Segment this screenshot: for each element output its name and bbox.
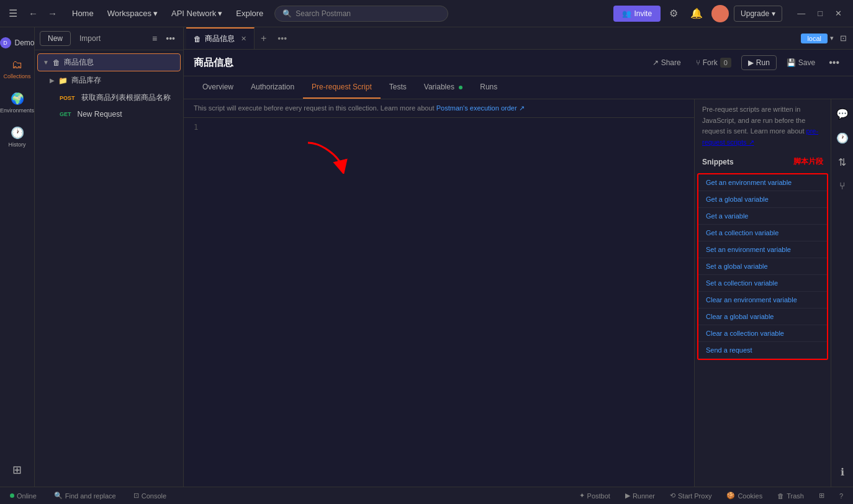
comments-button[interactable]: 💬: [833, 104, 852, 124]
notifications-icon[interactable]: 🔔: [687, 5, 706, 22]
upgrade-button[interactable]: Upgrade ▾: [734, 6, 782, 22]
api-network-link[interactable]: API Network ▾: [165, 5, 228, 22]
run-button[interactable]: ▶ Run: [741, 55, 777, 70]
save-button[interactable]: 💾 Save: [782, 56, 820, 70]
search-icon: 🔍: [282, 9, 292, 18]
git-button[interactable]: ⑂: [836, 177, 849, 196]
nav-arrows: ← →: [25, 6, 61, 21]
close-tab-icon[interactable]: ✕: [241, 35, 246, 43]
fork-button[interactable]: ⑂ Fork 0: [691, 55, 736, 70]
add-workspace-icon: ⊞: [12, 463, 22, 477]
variables-dot: [459, 86, 463, 89]
help-button[interactable]: ?: [836, 491, 847, 501]
environments-icon: 🌍: [11, 92, 24, 106]
snippet-get-global-var[interactable]: Get a global variable: [698, 191, 827, 208]
collection-subfolder-kucun[interactable]: ▶ 📁 商品库存: [37, 72, 181, 89]
workspaces-link[interactable]: Workspaces ▾: [101, 5, 164, 22]
snippet-clear-global-var[interactable]: Clear a global variable: [698, 308, 827, 325]
search-bar[interactable]: 🔍 Search Postman: [274, 6, 448, 22]
tab-runs[interactable]: Runs: [471, 76, 506, 99]
collection-folder-icon: 🗑: [53, 58, 60, 67]
execution-order-link[interactable]: Postman's execution order ↗: [436, 104, 525, 112]
sidebar-item-history[interactable]: 🕐 History: [2, 121, 32, 153]
forward-button[interactable]: →: [44, 6, 61, 21]
collection-item-shangpin[interactable]: ▼ 🗑 商品信息: [37, 53, 181, 71]
import-export-button[interactable]: ⇅: [834, 153, 850, 172]
more-options-button[interactable]: •••: [163, 31, 178, 46]
snippets-description: Pre-request scripts are written in JavaS…: [695, 99, 831, 150]
cookies-label: Cookies: [738, 492, 762, 500]
runner-icon: ▶: [625, 492, 630, 500]
snippet-get-env-var[interactable]: Get an environment variable: [698, 174, 827, 191]
snippet-send-request[interactable]: Send a request: [698, 342, 827, 359]
workspace-name: Demo: [15, 38, 35, 47]
tab-authorization[interactable]: Authorization: [242, 76, 303, 99]
post-request-name: 获取商品列表根据商品名称: [81, 92, 176, 103]
share-button[interactable]: ↗ Share: [648, 56, 686, 70]
get-request-name: New Request: [78, 110, 176, 119]
right-sidebar: 💬 🕐 ⇅ ⑂ ℹ: [831, 99, 853, 487]
close-button[interactable]: ✕: [830, 6, 847, 20]
console-label: Console: [142, 492, 166, 500]
minimize-button[interactable]: —: [792, 6, 810, 20]
request-item-post[interactable]: POST 获取商品列表根据商品名称: [37, 89, 181, 106]
snippet-get-var[interactable]: Get a variable: [698, 208, 827, 225]
snippet-clear-env-var[interactable]: Clear an environment variable: [698, 292, 827, 308]
env-chevron-icon[interactable]: ▾: [828, 33, 836, 43]
snippet-set-collection-var[interactable]: Set a collection variable: [698, 275, 827, 292]
header-more-button[interactable]: •••: [825, 55, 843, 71]
tab-pre-request-script[interactable]: Pre-request Script: [303, 76, 381, 99]
env-more-icon[interactable]: ⊡: [836, 31, 851, 45]
request-item-get[interactable]: GET New Request: [37, 107, 181, 122]
avatar[interactable]: [711, 5, 729, 22]
settings-icon[interactable]: ⚙: [666, 5, 682, 22]
new-button[interactable]: New: [40, 31, 71, 46]
tab-more-button[interactable]: •••: [273, 34, 292, 43]
snippet-set-env-var[interactable]: Set an environment variable: [698, 241, 827, 258]
trash-button[interactable]: 🗑 Trash: [774, 491, 808, 501]
postbot-button[interactable]: ✦ Postbot: [575, 490, 614, 501]
tab-tests[interactable]: Tests: [381, 76, 415, 99]
content-area: 🗑 商品信息 ✕ + ••• local ▾ ⊡ 商品信息 ↗ Share ⑂: [184, 27, 853, 487]
import-button[interactable]: Import: [74, 31, 106, 46]
grid-button[interactable]: ⊞: [815, 490, 828, 501]
sidebar-item-environments[interactable]: 🌍 Environments: [2, 87, 32, 119]
workspace-header: D Demo: [0, 32, 40, 51]
sidebar-icons: D Demo 🗂 Collections 🌍 Environments 🕐 Hi…: [0, 27, 35, 487]
snippet-get-collection-var[interactable]: Get a collection variable: [698, 225, 827, 241]
trash-label: Trash: [787, 492, 804, 500]
add-tab-button[interactable]: +: [255, 33, 273, 44]
code-editor[interactable]: 1: [184, 118, 694, 487]
active-tab[interactable]: 🗑 商品信息 ✕: [186, 27, 255, 49]
start-proxy-button[interactable]: ⟲ Start Proxy: [666, 490, 715, 501]
fork-count: 0: [720, 58, 731, 68]
home-link[interactable]: Home: [66, 5, 100, 22]
status-bar: Online 🔍 Find and replace ⊡ Console ✦ Po…: [0, 487, 853, 504]
menu-button[interactable]: ☰: [6, 5, 20, 22]
find-replace-button[interactable]: 🔍 Find and replace: [50, 490, 120, 501]
explore-link[interactable]: Explore: [230, 5, 269, 22]
cookies-button[interactable]: 🍪 Cookies: [723, 490, 766, 501]
invite-button[interactable]: 👥 Invite: [613, 6, 661, 22]
snippet-clear-collection-var[interactable]: Clear a collection variable: [698, 325, 827, 342]
back-button[interactable]: ←: [25, 6, 42, 21]
online-status[interactable]: Online: [6, 491, 40, 501]
env-badge[interactable]: local: [801, 34, 828, 43]
get-method-badge: GET: [57, 110, 74, 118]
maximize-button[interactable]: □: [813, 6, 828, 20]
tab-overview[interactable]: Overview: [194, 76, 242, 99]
history-button[interactable]: 🕐: [833, 128, 852, 148]
sidebar-item-collections[interactable]: 🗂 Collections: [2, 53, 32, 84]
online-dot: [10, 493, 14, 498]
script-area: This script will execute before every re…: [184, 99, 853, 487]
sidebar-item-add-workspace[interactable]: ⊞: [2, 458, 32, 482]
sort-button[interactable]: ≡: [149, 31, 160, 46]
tab-bar: 🗑 商品信息 ✕ + ••• local ▾ ⊡: [184, 27, 853, 50]
runner-button[interactable]: ▶ Runner: [621, 490, 659, 501]
topbar-right: 👥 Invite ⚙ 🔔 Upgrade ▾ — □ ✕: [613, 5, 847, 22]
info-button[interactable]: ℹ: [837, 462, 848, 482]
snippet-set-global-var[interactable]: Set a global variable: [698, 258, 827, 275]
console-button[interactable]: ⊡ Console: [130, 490, 170, 501]
window-controls: — □ ✕: [792, 6, 847, 20]
tab-variables[interactable]: Variables: [415, 76, 471, 99]
